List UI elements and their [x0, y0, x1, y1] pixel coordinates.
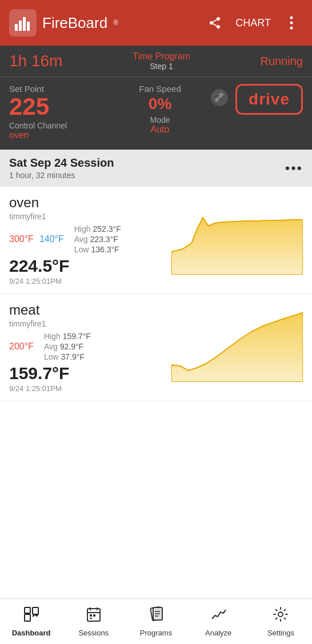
mode-value: Auto	[110, 124, 210, 135]
svg-point-11	[290, 27, 293, 30]
logo-icon	[14, 14, 32, 32]
header-actions: CHART	[203, 11, 303, 34]
high-stat-meat: High 159.7°F	[44, 332, 91, 341]
drive-section: drive	[210, 84, 303, 115]
time-program-title: Time Program	[133, 51, 190, 62]
svg-rect-1	[19, 21, 22, 31]
svg-rect-21	[93, 614, 95, 617]
svg-point-6	[217, 25, 220, 29]
nav-settings[interactable]: Settings	[250, 606, 312, 637]
chart-meat	[171, 302, 303, 393]
bottom-nav: Dashboard Sessions Progr	[0, 598, 312, 644]
high-value-meat: 159.7°F	[63, 332, 91, 341]
svg-rect-20	[90, 614, 92, 617]
setpoint-label: Set Point	[9, 84, 110, 94]
channel-card-oven: oven timmyfire1 300°F 140°F High 252.3°F…	[0, 187, 312, 294]
session-title: Sat Sep 24 Session	[9, 156, 114, 170]
nav-dashboard[interactable]: Dashboard	[0, 606, 62, 637]
sessions-icon	[86, 606, 102, 626]
analyze-label: Analyze	[205, 629, 231, 637]
channel-name-meat: meat	[9, 302, 166, 318]
set-temp-red-oven: 300°F	[9, 234, 34, 244]
svg-point-9	[290, 17, 293, 19]
svg-rect-22	[90, 618, 92, 619]
dashboard-icon	[23, 606, 39, 626]
low-value-meat: 37.9°F	[61, 352, 85, 361]
svg-rect-3	[27, 22, 30, 31]
app-title: FireBoard	[42, 14, 107, 32]
svg-point-4	[217, 17, 220, 21]
setpoint-value: 225	[9, 95, 110, 119]
avg-stat-oven: Avg 223.3°F	[74, 235, 121, 244]
channel-info-meat: meat timmyfire1 200°F High 159.7°F Avg 9…	[9, 302, 166, 393]
channel-name-oven: oven	[9, 195, 166, 211]
running-status: Running	[260, 55, 303, 68]
share-button[interactable]	[203, 11, 226, 34]
channel-info-oven: oven timmyfire1 300°F 140°F High 252.3°F…	[9, 195, 166, 285]
high-value-oven: 252.3°F	[93, 224, 121, 234]
app-header: FireBoard® CHART	[0, 0, 312, 46]
session-duration: 1 hour, 32 minutes	[9, 171, 114, 180]
nav-programs[interactable]: Programs	[125, 606, 187, 637]
control-channel-label: Control Channel	[9, 121, 110, 130]
channel-card-meat: meat timmyfire1 200°F High 159.7°F Avg 9…	[0, 294, 312, 401]
low-stat-meat: Low 37.9°F	[44, 352, 91, 361]
session-more-button[interactable]: •••	[285, 160, 303, 176]
low-label-meat: Low	[44, 352, 59, 361]
control-channel-value: oven	[9, 130, 110, 140]
status-bar: 1h 16m Time Program Step 1 Running	[0, 46, 312, 77]
channel-set-temps-oven: 300°F 140°F High 252.3°F Avg 223.3°F Low…	[9, 224, 166, 254]
low-stat-oven: Low 136.3°F	[74, 245, 121, 254]
chart-oven	[171, 195, 303, 285]
svg-line-7	[213, 24, 217, 26]
session-info: Sat Sep 24 Session 1 hour, 32 minutes	[9, 156, 114, 180]
timestamp-meat: 9/24 1:25:01PM	[9, 384, 166, 393]
dashboard-label: Dashboard	[12, 629, 51, 637]
avg-stat-meat: Avg 92.9°F	[44, 342, 91, 351]
analyze-icon	[210, 606, 226, 626]
avg-label-oven: Avg	[74, 235, 88, 244]
nav-analyze[interactable]: Analyze	[187, 606, 250, 637]
temp-stats-meat: High 159.7°F Avg 92.9°F Low 37.9°F	[44, 332, 91, 361]
avg-value-meat: 92.9°F	[60, 342, 83, 351]
fan-speed-value: 0%	[110, 95, 210, 113]
setpoint-section: Set Point 225 Control Channel oven	[9, 84, 110, 140]
high-label-meat: High	[44, 332, 61, 341]
svg-line-8	[213, 20, 217, 22]
logo-box	[9, 9, 37, 37]
time-program-section: Time Program Step 1	[133, 51, 190, 71]
programs-icon	[148, 606, 164, 626]
nav-sessions[interactable]: Sessions	[62, 606, 125, 637]
current-temp-oven: 224.5°F	[9, 256, 166, 276]
svg-point-28	[278, 612, 283, 617]
temp-stats-oven: High 252.3°F Avg 223.3°F Low 136.3°F	[74, 224, 121, 254]
control-row: Set Point 225 Control Channel oven Fan S…	[9, 84, 303, 140]
low-value-oven: 136.3°F	[91, 245, 119, 254]
control-panel: Set Point 225 Control Channel oven Fan S…	[0, 77, 312, 150]
low-label-oven: Low	[74, 245, 89, 254]
svg-rect-15	[33, 607, 38, 614]
fan-speed-section: Fan Speed 0% Mode Auto	[110, 84, 210, 135]
channel-set-temps-meat: 200°F High 159.7°F Avg 92.9°F Low 37.9°F	[9, 332, 166, 361]
header-logo-section: FireBoard®	[9, 9, 118, 37]
set-temp-blue-oven: 140°F	[39, 234, 64, 244]
wrench-icon[interactable]	[210, 88, 229, 111]
avg-value-oven: 223.3°F	[90, 235, 118, 244]
current-temp-meat: 159.7°F	[9, 364, 166, 383]
programs-label: Programs	[140, 629, 172, 637]
channel-user-oven: timmyfire1	[9, 212, 166, 221]
chart-button[interactable]: CHART	[231, 17, 275, 29]
session-header: Sat Sep 24 Session 1 hour, 32 minutes ••…	[0, 150, 312, 187]
settings-icon	[273, 606, 289, 626]
high-label-oven: High	[74, 224, 91, 234]
svg-rect-13	[25, 614, 30, 621]
more-options-button[interactable]	[280, 11, 303, 34]
settings-label: Settings	[267, 629, 294, 637]
sessions-label: Sessions	[78, 629, 109, 637]
svg-rect-14	[25, 607, 30, 613]
drive-badge[interactable]: drive	[235, 84, 303, 115]
mode-label: Mode	[110, 115, 210, 124]
svg-point-10	[290, 22, 293, 25]
svg-rect-2	[23, 17, 26, 31]
channel-user-meat: timmyfire1	[9, 319, 166, 328]
